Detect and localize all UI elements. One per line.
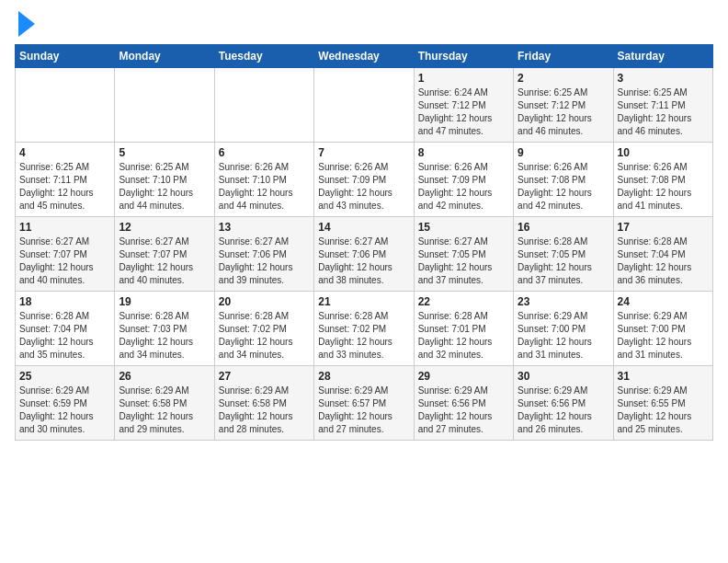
calendar-cell: 9Sunrise: 6:26 AM Sunset: 7:08 PM Daylig… xyxy=(514,143,613,217)
day-info: Sunrise: 6:28 AM Sunset: 7:04 PM Dayligh… xyxy=(19,310,110,362)
calendar-cell xyxy=(115,68,214,143)
weekday-header-wednesday: Wednesday xyxy=(314,45,414,68)
day-number: 3 xyxy=(618,72,709,85)
calendar-cell: 23Sunrise: 6:29 AM Sunset: 7:00 PM Dayli… xyxy=(514,292,613,366)
day-info: Sunrise: 6:29 AM Sunset: 7:00 PM Dayligh… xyxy=(618,310,709,362)
calendar-cell: 24Sunrise: 6:29 AM Sunset: 7:00 PM Dayli… xyxy=(613,292,712,366)
weekday-header-friday: Friday xyxy=(514,45,613,68)
calendar-week-4: 18Sunrise: 6:28 AM Sunset: 7:04 PM Dayli… xyxy=(16,292,713,366)
day-number: 24 xyxy=(618,295,709,308)
calendar-cell: 31Sunrise: 6:29 AM Sunset: 6:55 PM Dayli… xyxy=(613,366,712,441)
calendar-cell: 5Sunrise: 6:25 AM Sunset: 7:10 PM Daylig… xyxy=(115,143,214,217)
day-number: 9 xyxy=(518,146,609,159)
day-info: Sunrise: 6:27 AM Sunset: 7:05 PM Dayligh… xyxy=(418,236,509,287)
calendar-table: SundayMondayTuesdayWednesdayThursdayFrid… xyxy=(15,44,713,441)
day-number: 2 xyxy=(518,72,609,85)
day-info: Sunrise: 6:27 AM Sunset: 7:07 PM Dayligh… xyxy=(119,236,210,287)
day-info: Sunrise: 6:26 AM Sunset: 7:09 PM Dayligh… xyxy=(418,161,509,213)
calendar-cell: 18Sunrise: 6:28 AM Sunset: 7:04 PM Dayli… xyxy=(16,292,115,366)
day-number: 15 xyxy=(418,221,509,234)
day-info: Sunrise: 6:29 AM Sunset: 6:57 PM Dayligh… xyxy=(318,385,409,436)
calendar-cell: 30Sunrise: 6:29 AM Sunset: 6:56 PM Dayli… xyxy=(514,366,613,441)
day-number: 8 xyxy=(418,146,509,159)
day-info: Sunrise: 6:25 AM Sunset: 7:11 PM Dayligh… xyxy=(19,161,110,213)
logo-arrow-icon xyxy=(18,11,35,37)
calendar-cell: 22Sunrise: 6:28 AM Sunset: 7:01 PM Dayli… xyxy=(414,292,513,366)
day-number: 31 xyxy=(618,370,709,383)
day-number: 5 xyxy=(119,146,210,159)
day-number: 26 xyxy=(119,370,210,383)
day-number: 4 xyxy=(19,146,110,159)
calendar-cell: 6Sunrise: 6:26 AM Sunset: 7:10 PM Daylig… xyxy=(214,143,313,217)
day-number: 7 xyxy=(318,146,409,159)
day-number: 19 xyxy=(119,295,210,308)
calendar-cell: 12Sunrise: 6:27 AM Sunset: 7:07 PM Dayli… xyxy=(115,217,214,292)
day-info: Sunrise: 6:29 AM Sunset: 7:00 PM Dayligh… xyxy=(518,310,609,362)
day-info: Sunrise: 6:28 AM Sunset: 7:02 PM Dayligh… xyxy=(318,310,409,362)
day-number: 25 xyxy=(19,370,110,383)
calendar-week-3: 11Sunrise: 6:27 AM Sunset: 7:07 PM Dayli… xyxy=(16,217,713,292)
day-number: 28 xyxy=(318,370,409,383)
day-number: 18 xyxy=(19,295,110,308)
calendar-cell: 27Sunrise: 6:29 AM Sunset: 6:58 PM Dayli… xyxy=(214,366,313,441)
day-info: Sunrise: 6:29 AM Sunset: 6:58 PM Dayligh… xyxy=(219,385,310,436)
weekday-header-tuesday: Tuesday xyxy=(214,45,313,68)
calendar-cell xyxy=(214,68,313,143)
calendar-cell: 2Sunrise: 6:25 AM Sunset: 7:12 PM Daylig… xyxy=(514,68,613,143)
calendar-body: 1Sunrise: 6:24 AM Sunset: 7:12 PM Daylig… xyxy=(16,68,713,441)
day-info: Sunrise: 6:27 AM Sunset: 7:07 PM Dayligh… xyxy=(19,236,110,287)
calendar-cell: 28Sunrise: 6:29 AM Sunset: 6:57 PM Dayli… xyxy=(314,366,414,441)
day-info: Sunrise: 6:28 AM Sunset: 7:01 PM Dayligh… xyxy=(418,310,509,362)
calendar-cell: 3Sunrise: 6:25 AM Sunset: 7:11 PM Daylig… xyxy=(613,68,712,143)
calendar-cell: 1Sunrise: 6:24 AM Sunset: 7:12 PM Daylig… xyxy=(414,68,513,143)
day-info: Sunrise: 6:25 AM Sunset: 7:11 PM Dayligh… xyxy=(618,86,709,138)
day-info: Sunrise: 6:28 AM Sunset: 7:04 PM Dayligh… xyxy=(618,236,709,287)
calendar-cell: 20Sunrise: 6:28 AM Sunset: 7:02 PM Dayli… xyxy=(214,292,313,366)
day-number: 27 xyxy=(219,370,310,383)
calendar-cell: 29Sunrise: 6:29 AM Sunset: 6:56 PM Dayli… xyxy=(414,366,513,441)
calendar-cell: 21Sunrise: 6:28 AM Sunset: 7:02 PM Dayli… xyxy=(314,292,414,366)
calendar-cell: 4Sunrise: 6:25 AM Sunset: 7:11 PM Daylig… xyxy=(16,143,115,217)
day-number: 14 xyxy=(318,221,409,234)
calendar-cell: 11Sunrise: 6:27 AM Sunset: 7:07 PM Dayli… xyxy=(16,217,115,292)
day-number: 30 xyxy=(518,370,609,383)
day-info: Sunrise: 6:28 AM Sunset: 7:05 PM Dayligh… xyxy=(518,236,609,287)
calendar-cell: 26Sunrise: 6:29 AM Sunset: 6:58 PM Dayli… xyxy=(115,366,214,441)
weekday-header-thursday: Thursday xyxy=(414,45,513,68)
day-number: 20 xyxy=(219,295,310,308)
calendar-cell: 14Sunrise: 6:27 AM Sunset: 7:06 PM Dayli… xyxy=(314,217,414,292)
day-info: Sunrise: 6:25 AM Sunset: 7:10 PM Dayligh… xyxy=(119,161,210,213)
calendar-cell xyxy=(16,68,115,143)
day-number: 22 xyxy=(418,295,509,308)
day-info: Sunrise: 6:29 AM Sunset: 6:56 PM Dayligh… xyxy=(418,385,509,436)
day-info: Sunrise: 6:29 AM Sunset: 6:55 PM Dayligh… xyxy=(618,385,709,436)
day-info: Sunrise: 6:24 AM Sunset: 7:12 PM Dayligh… xyxy=(418,86,509,138)
day-info: Sunrise: 6:25 AM Sunset: 7:12 PM Dayligh… xyxy=(518,86,609,138)
day-number: 17 xyxy=(618,221,709,234)
day-number: 11 xyxy=(19,221,110,234)
calendar-cell: 16Sunrise: 6:28 AM Sunset: 7:05 PM Dayli… xyxy=(514,217,613,292)
day-number: 23 xyxy=(518,295,609,308)
day-number: 21 xyxy=(318,295,409,308)
day-info: Sunrise: 6:27 AM Sunset: 7:06 PM Dayligh… xyxy=(219,236,310,287)
weekday-header-row: SundayMondayTuesdayWednesdayThursdayFrid… xyxy=(16,45,713,68)
calendar-week-5: 25Sunrise: 6:29 AM Sunset: 6:59 PM Dayli… xyxy=(16,366,713,441)
day-info: Sunrise: 6:29 AM Sunset: 6:56 PM Dayligh… xyxy=(518,385,609,436)
day-number: 6 xyxy=(219,146,310,159)
calendar-cell: 19Sunrise: 6:28 AM Sunset: 7:03 PM Dayli… xyxy=(115,292,214,366)
calendar-cell: 13Sunrise: 6:27 AM Sunset: 7:06 PM Dayli… xyxy=(214,217,313,292)
calendar-cell: 8Sunrise: 6:26 AM Sunset: 7:09 PM Daylig… xyxy=(414,143,513,217)
calendar-cell: 15Sunrise: 6:27 AM Sunset: 7:05 PM Dayli… xyxy=(414,217,513,292)
day-number: 16 xyxy=(518,221,609,234)
calendar-cell: 25Sunrise: 6:29 AM Sunset: 6:59 PM Dayli… xyxy=(16,366,115,441)
day-info: Sunrise: 6:26 AM Sunset: 7:08 PM Dayligh… xyxy=(618,161,709,213)
calendar-cell: 17Sunrise: 6:28 AM Sunset: 7:04 PM Dayli… xyxy=(613,217,712,292)
calendar-week-2: 4Sunrise: 6:25 AM Sunset: 7:11 PM Daylig… xyxy=(16,143,713,217)
day-info: Sunrise: 6:27 AM Sunset: 7:06 PM Dayligh… xyxy=(318,236,409,287)
day-info: Sunrise: 6:28 AM Sunset: 7:02 PM Dayligh… xyxy=(219,310,310,362)
day-info: Sunrise: 6:26 AM Sunset: 7:10 PM Dayligh… xyxy=(219,161,310,213)
logo xyxy=(15,15,35,37)
calendar-cell: 7Sunrise: 6:26 AM Sunset: 7:09 PM Daylig… xyxy=(314,143,414,217)
day-info: Sunrise: 6:28 AM Sunset: 7:03 PM Dayligh… xyxy=(119,310,210,362)
weekday-header-saturday: Saturday xyxy=(613,45,712,68)
